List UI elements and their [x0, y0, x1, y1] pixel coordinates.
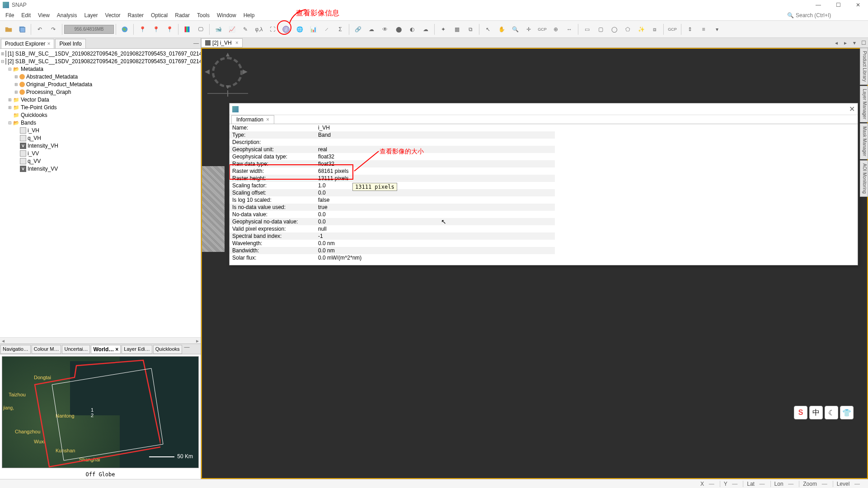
undo-icon[interactable]: ↶ [33, 23, 46, 36]
magicwand-icon[interactable]: ✨ [635, 23, 647, 36]
memory-indicator[interactable]: 956.6/4816MB [64, 25, 114, 34]
tree-meta-graph[interactable]: ⊞Processing_Graph [1, 88, 200, 96]
expand-v-icon[interactable]: ⇕ [684, 23, 696, 36]
doc-tab-i-vh[interactable]: [2] i_VH × [201, 38, 243, 47]
sparkle-icon[interactable]: ✦ [437, 23, 450, 36]
histogram-icon[interactable]: ⛶ [266, 23, 279, 36]
menu-analysis[interactable]: Analysis [53, 11, 81, 19]
image-canvas[interactable]: ▲ ▼ ◀ ▶ ✕ Information× [201, 48, 868, 479]
tree-product-1[interactable]: ⊞[1] S1B_IW_SLC__1SDV_20190822T095426_20… [1, 50, 200, 57]
crosshair-icon[interactable]: ✛ [522, 23, 535, 36]
dialog-close-icon[interactable]: ✕ [849, 105, 855, 113]
search-input[interactable] [796, 12, 863, 19]
zoom-icon[interactable]: 🔍 [509, 23, 521, 36]
pin-yellow-icon[interactable]: 📍 [136, 23, 149, 36]
ellipse-icon[interactable]: ◯ [608, 23, 620, 36]
cloud2-icon[interactable]: ☁ [419, 23, 432, 36]
tree-quicklooks[interactable]: Quicklooks [1, 111, 200, 119]
menu-vector[interactable]: Vector [102, 11, 124, 19]
worldview-map[interactable]: Dongtai Taizhou jiang, Nantong Changzhou… [2, 356, 199, 468]
pin-green-icon[interactable]: 📍 [150, 23, 162, 36]
menu-raster[interactable]: Raster [124, 11, 147, 19]
menu-tools[interactable]: Tools [193, 11, 213, 19]
product-tree[interactable]: ⊞[1] S1B_IW_SLC__1SDV_20190822T095426_20… [0, 49, 201, 337]
grid-icon[interactable]: ▦ [450, 23, 463, 36]
nav-compass-icon[interactable]: ▲ ▼ ◀ ▶ [207, 54, 248, 99]
side-tab-mask-manager[interactable]: Mask Manager [860, 123, 868, 159]
tree-product-2[interactable]: ⊟[2] S1B_IW_SLC__1SDV_20190822T095426_20… [1, 57, 200, 65]
world-icon[interactable] [118, 23, 131, 36]
menu-radar[interactable]: Radar [171, 11, 193, 19]
disk-icon[interactable]: ⬤ [392, 23, 405, 36]
tree-band-intensity-vh[interactable]: VIntensity_VH [1, 142, 200, 149]
stats-icon[interactable]: 📊 [307, 23, 319, 36]
whale-icon[interactable]: 🐋 [212, 23, 225, 36]
minimize-button[interactable]: — [808, 0, 828, 10]
maximize-button[interactable]: ☐ [828, 0, 848, 10]
crosshair2-icon[interactable]: ⊕ [549, 23, 562, 36]
tab-uncertainty[interactable]: Uncertai… [62, 345, 90, 354]
link-icon[interactable]: 🔗 [352, 23, 364, 36]
menu-edit[interactable]: Edit [18, 11, 34, 19]
tab-quicklooks[interactable]: Quicklooks [153, 345, 182, 354]
roundrect-icon[interactable]: ▢ [594, 23, 607, 36]
eye-icon[interactable]: 👁 [379, 23, 391, 36]
menu-file[interactable]: File [2, 11, 18, 19]
polygon-icon[interactable]: ⬠ [621, 23, 634, 36]
colorbar-icon[interactable] [181, 23, 193, 36]
pin-beige-icon[interactable]: 📍 [163, 23, 176, 36]
line-chart-icon[interactable]: 📈 [225, 23, 238, 36]
tab-navigation[interactable]: Navigatio… [0, 345, 31, 354]
panel-minimize-icon[interactable]: — [192, 40, 201, 46]
tree-band-i-vh[interactable]: i_VH [1, 126, 200, 134]
dialog-tab-information[interactable]: Information× [231, 115, 274, 124]
gcp2-icon[interactable]: GCP [666, 23, 679, 36]
doc-next-icon[interactable]: ▸ [841, 40, 850, 46]
tree-bands[interactable]: ⊟Bands [1, 119, 200, 126]
gcp-icon[interactable]: GCP [536, 23, 549, 36]
close-icon[interactable]: × [266, 116, 269, 123]
tree-band-q-vv[interactable]: q_VV [1, 157, 200, 165]
menu-search[interactable]: 🔍 [787, 12, 863, 19]
tree-band-i-vv[interactable]: i_VV [1, 149, 200, 157]
measure-icon[interactable]: ↔ [563, 23, 576, 36]
doc-list-icon[interactable]: ▾ [850, 40, 859, 46]
redo-icon[interactable]: ↷ [47, 23, 60, 36]
close-icon[interactable]: × [47, 41, 50, 47]
fence-icon[interactable]: ⧈ [648, 23, 661, 36]
tab-layer-editing[interactable]: Layer Edi… [122, 345, 152, 354]
edit-chart-icon[interactable]: ✎ [239, 23, 252, 36]
close-button[interactable]: ✕ [848, 0, 868, 10]
tree-band-intensity-vv[interactable]: VIntensity_VV [1, 165, 200, 172]
ime-skin-icon[interactable]: 👕 [840, 406, 854, 419]
pointer-icon[interactable]: ↖ [482, 23, 494, 36]
ime-sogou-icon[interactable]: S [794, 406, 807, 419]
side-tab-layer-manager[interactable]: Layer Manager [860, 86, 868, 122]
menu-view[interactable]: View [34, 11, 53, 19]
side-tab-product-library[interactable]: Product Library [860, 48, 868, 85]
screenshot-icon[interactable]: 🖵 [194, 23, 207, 36]
menu-optical[interactable]: Optical [147, 11, 171, 19]
tree-meta-original[interactable]: ⊞Original_Product_Metadata [1, 80, 200, 88]
tree-meta-abstracted[interactable]: ⊞Abstracted_Metadata [1, 73, 200, 80]
doc-prev-icon[interactable]: ◂ [832, 40, 841, 46]
menu-help[interactable]: Help [240, 11, 258, 19]
tab-colour[interactable]: Colour M… [32, 345, 61, 354]
align-icon[interactable]: ≡ [697, 23, 710, 36]
open-icon[interactable] [2, 23, 15, 36]
close-icon[interactable]: × [235, 40, 239, 46]
doc-max-icon[interactable]: ☐ [859, 40, 868, 46]
filter-icon[interactable]: ⧉ [464, 23, 477, 36]
tree-h-scrollbar[interactable]: ◂▸ [0, 337, 201, 344]
side-tab-aoi-monitoring[interactable]: AOI Monitoring [860, 160, 868, 197]
ime-chinese-icon[interactable]: 中 [809, 406, 823, 419]
blur-icon[interactable]: ◐ [406, 23, 418, 36]
scatter-icon[interactable]: ⟋ [320, 23, 333, 36]
tree-metadata[interactable]: ⊟Metadata [1, 65, 200, 73]
tree-tie-point[interactable]: ⊞Tie-Point Grids [1, 103, 200, 111]
phi-lambda-icon[interactable]: φ,λ [253, 23, 265, 36]
cloud-icon[interactable]: ☁ [365, 23, 378, 36]
tree-band-q-vh[interactable]: q_VH [1, 134, 200, 142]
sigma-icon[interactable]: Σ [334, 23, 347, 36]
tree-vector-data[interactable]: ⊞Vector Data [1, 96, 200, 103]
